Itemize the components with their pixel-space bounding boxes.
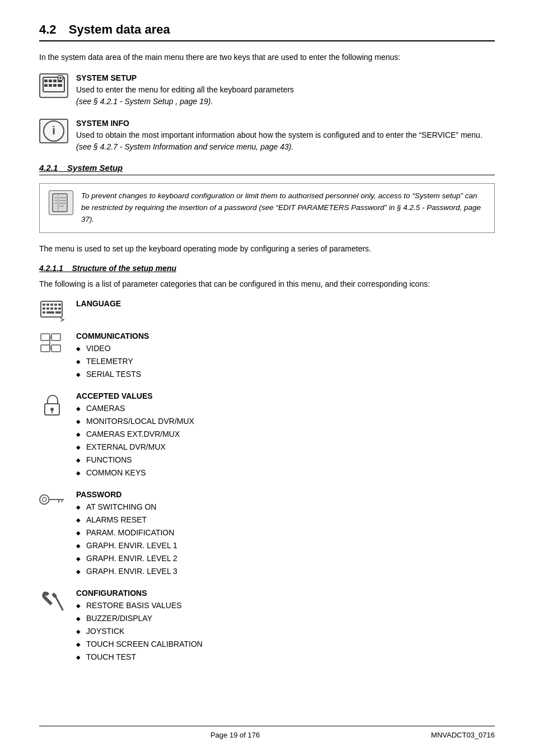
svg-rect-8 (58, 84, 62, 87)
book-icon (50, 192, 72, 213)
note-box: To prevent changes to keyboard configura… (39, 183, 495, 233)
key-icon (39, 491, 66, 508)
svg-point-48 (50, 408, 54, 411)
list-item: TOUCH TEST (76, 651, 495, 663)
svg-rect-36 (58, 307, 61, 310)
intro-text: In the system data area of the main menu… (39, 52, 495, 63)
svg-rect-7 (53, 84, 57, 87)
svg-rect-42 (41, 345, 50, 352)
svg-rect-27 (43, 304, 45, 306)
svg-rect-17 (53, 194, 67, 212)
category-password: PASSWORD AT SWITCHING ON ALARMS RESET PA… (39, 490, 495, 578)
system-info-desc1: Used to obtain the most important inform… (76, 129, 495, 141)
svg-line-55 (55, 595, 63, 610)
accepted-values-bullets: CAMERAS MONITORS/LOCAL DVR/MUX CAMERAS E… (76, 403, 495, 479)
list-item: GRAPH. ENVIR. LEVEL 2 (76, 553, 495, 564)
system-setup-desc2: (see § 4.2.1 - System Setup , page 19). (76, 96, 495, 108)
language-icon (39, 300, 66, 321)
password-bullets: AT SWITCHING ON ALARMS RESET PARAM. MODI… (76, 501, 495, 577)
category-accepted-values: ACCEPTED VALUES CAMERAS MONITORS/LOCAL D… (39, 391, 495, 480)
svg-point-10 (59, 77, 62, 79)
password-icon (39, 491, 66, 508)
configurations-bullets: RESTORE BASIS VALUES BUZZER/DISPLAY JOYS… (76, 600, 495, 663)
accepted-values-title: ACCEPTED VALUES (76, 391, 495, 400)
list-item: AT SWITCHING ON (76, 501, 495, 513)
accepted-values-content: ACCEPTED VALUES CAMERAS MONITORS/LOCAL D… (76, 391, 495, 480)
system-info-icon: i (39, 119, 68, 143)
list-item: FUNCTIONS (76, 454, 495, 466)
svg-rect-31 (58, 304, 61, 306)
system-setup-title: SYSTEM SETUP (76, 72, 495, 84)
subsection-421-title: 4.2.1 System Setup (39, 163, 495, 175)
list-item: VIDEO (76, 343, 495, 354)
subsubsection-4211-title-text: Structure of the setup menu (72, 264, 176, 273)
system-info-desc2: (see § 4.2.7 - System Information and se… (76, 141, 495, 153)
section-title-text: System data area (69, 22, 170, 36)
system-info-row: i SYSTEM INFO Used to obtain the most im… (39, 118, 495, 153)
list-item: PARAM. MODIFICATION (76, 527, 495, 539)
communications-content: COMMUNICATIONS VIDEO TELEMETRY SERIAL TE… (76, 332, 495, 381)
list-item: ALARMS RESET (76, 514, 495, 526)
note-icon (49, 190, 73, 215)
page-footer: Page 19 of 176 MNVADCT03_0716 (39, 726, 495, 739)
password-content: PASSWORD AT SWITCHING ON ALARMS RESET PA… (76, 490, 495, 578)
svg-rect-32 (43, 307, 45, 310)
system-info-title: SYSTEM INFO (76, 118, 495, 129)
category-communications: COMMUNICATIONS VIDEO TELEMETRY SERIAL TE… (39, 332, 495, 381)
gear-icon (42, 75, 65, 96)
svg-point-51 (43, 497, 46, 501)
list-item: GRAPH. ENVIR. LEVEL 1 (76, 540, 495, 552)
subsection-421-title-text: System Setup (67, 163, 123, 172)
svg-point-50 (40, 494, 49, 504)
svg-rect-37 (43, 311, 45, 314)
system-setup-desc1: Used to enter the menu for editing all t… (76, 84, 495, 96)
svg-rect-2 (49, 80, 52, 82)
svg-rect-34 (50, 307, 53, 310)
system-setup-row: SYSTEM SETUP Used to enter the menu for … (39, 72, 495, 108)
svg-rect-5 (44, 84, 48, 87)
subsection-421-number: 4.2.1 (39, 163, 58, 172)
svg-rect-30 (54, 304, 57, 306)
subsubsection-4211-intro: The following is a list of parameter cat… (39, 278, 495, 290)
svg-rect-29 (50, 304, 53, 306)
network-icon (40, 333, 65, 354)
password-title: PASSWORD (76, 490, 495, 499)
list-item: BUZZER/DISPLAY (76, 613, 495, 624)
svg-rect-38 (46, 311, 54, 314)
svg-rect-35 (54, 307, 57, 310)
footer-page: Page 19 of 176 (210, 731, 260, 739)
list-item: EXTERNAL DVR/MUX (76, 441, 495, 453)
system-setup-icon (39, 73, 68, 98)
info-icon: i (42, 119, 65, 143)
svg-rect-1 (44, 80, 48, 82)
subsection-421-body: The menu is used to set up the keyboard … (39, 243, 495, 255)
communications-title: COMMUNICATIONS (76, 332, 495, 340)
list-item: TOUCH SCREEN CALIBRATION (76, 638, 495, 650)
communications-bullets: VIDEO TELEMETRY SERIAL TESTS (76, 343, 495, 380)
system-info-desc: SYSTEM INFO Used to obtain the most impo… (76, 118, 495, 153)
system-setup-desc: SYSTEM SETUP Used to enter the menu for … (76, 72, 495, 108)
list-item: GRAPH. ENVIR. LEVEL 3 (76, 566, 495, 577)
configurations-icon (39, 590, 66, 614)
language-title: LANGUAGE (76, 299, 495, 308)
svg-rect-40 (41, 334, 50, 340)
lock-icon (40, 393, 65, 417)
section-number: 4.2 (39, 22, 57, 36)
list-item: TELEMETRY (76, 356, 495, 367)
list-item: RESTORE BASIS VALUES (76, 600, 495, 612)
list-item: MONITORS/LOCAL DVR/MUX (76, 416, 495, 427)
footer-docnumber: MNVADCT03_0716 (431, 731, 495, 739)
category-language: LANGUAGE (39, 299, 495, 321)
subsubsection-4211-number: 4.2.1.1 (39, 264, 63, 273)
configurations-title: CONFIGURATIONS (76, 589, 495, 598)
list-item: CAMERAS EXT.DVR/MUX (76, 428, 495, 440)
svg-text:i: i (52, 124, 55, 137)
note-text: To prevent changes to keyboard configura… (81, 190, 485, 226)
svg-rect-6 (49, 84, 52, 87)
language-content: LANGUAGE (76, 299, 495, 310)
subsubsection-4211-title: 4.2.1.1 Structure of the setup menu (39, 264, 495, 273)
list-item: JOYSTICK (76, 626, 495, 637)
svg-rect-28 (46, 304, 49, 306)
keyboard-icon (40, 300, 65, 321)
list-item: SERIAL TESTS (76, 368, 495, 380)
